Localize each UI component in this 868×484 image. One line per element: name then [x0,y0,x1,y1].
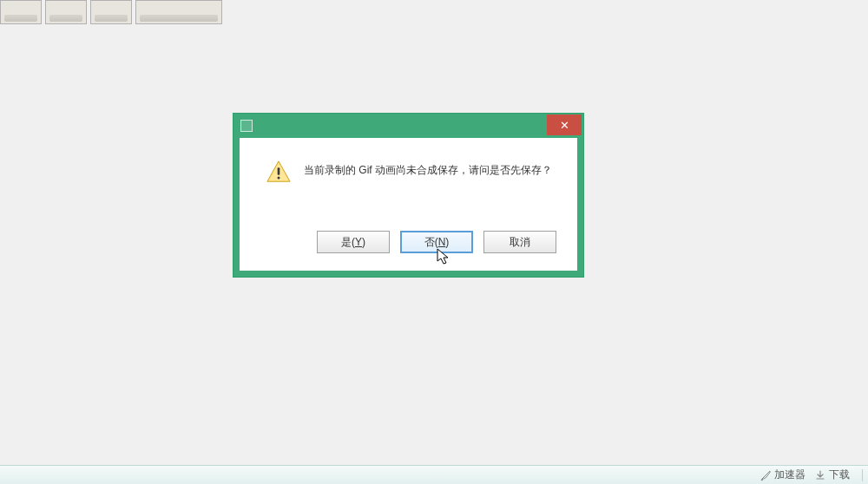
thumbnail-strip [0,0,222,24]
close-icon: ✕ [560,119,569,132]
rocket-icon [760,469,772,481]
dialog-body: 当前录制的 Gif 动画尚未合成保存，请问是否先保存？ 是(Y) 否(N) 取消 [233,138,583,277]
taskbar-separator [862,469,863,481]
taskbar: 加速器 下载 [0,465,868,484]
taskbar-download-label: 下载 [829,468,850,482]
warning-icon [266,159,292,185]
close-button[interactable]: ✕ [547,114,582,135]
dialog-message: 当前录制的 Gif 动画尚未合成保存，请问是否先保存？ [304,159,552,178]
yes-button[interactable]: 是(Y) [317,231,390,253]
taskbar-accelerator[interactable]: 加速器 [760,468,806,482]
no-button-label: 否(N) [424,235,450,250]
yes-button-label: 是(Y) [341,235,365,250]
thumbnail-item[interactable] [90,0,132,24]
thumbnail-item[interactable] [45,0,87,24]
dialog-content: 当前录制的 Gif 动画尚未合成保存，请问是否先保存？ [257,159,560,231]
dialog-titlebar[interactable]: ✕ [233,114,583,138]
dialog-button-row: 是(Y) 否(N) 取消 [257,231,560,257]
dialog-app-icon [240,120,253,132]
taskbar-download[interactable]: 下载 [814,468,850,482]
no-button[interactable]: 否(N) [400,231,473,253]
thumbnail-item[interactable] [135,0,222,24]
confirm-dialog: ✕ 当前录制的 Gif 动画尚未合成保存，请问是否先保存？ 是(Y) 否(N) … [233,113,584,278]
cancel-button-label: 取消 [510,235,530,250]
download-icon [814,469,826,481]
thumbnail-item[interactable] [0,0,42,24]
taskbar-accelerator-label: 加速器 [774,468,806,482]
svg-point-1 [278,177,280,180]
svg-rect-0 [278,167,280,174]
cancel-button[interactable]: 取消 [483,231,556,253]
